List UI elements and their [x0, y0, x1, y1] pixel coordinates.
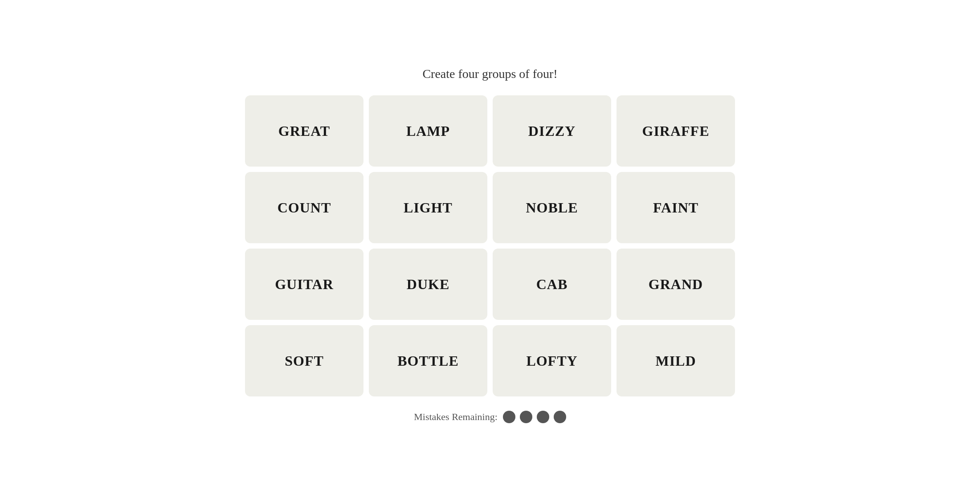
word-label-giraffe: GIRAFFE: [642, 123, 710, 139]
mistakes-row: Mistakes Remaining:: [414, 411, 566, 423]
word-label-lofty: LOFTY: [526, 353, 577, 369]
word-card-cab[interactable]: CAB: [493, 249, 611, 320]
word-card-noble[interactable]: NOBLE: [493, 172, 611, 243]
instructions-text: Create four groups of four!: [422, 67, 557, 81]
word-card-guitar[interactable]: GUITAR: [245, 249, 363, 320]
word-label-cab: CAB: [536, 276, 568, 293]
word-label-great: GREAT: [278, 123, 330, 139]
word-label-mild: MILD: [655, 353, 696, 369]
word-grid: GREATLAMPDIZZYGIRAFFECOUNTLIGHTNOBLEFAIN…: [245, 95, 735, 396]
mistake-dot-3: [537, 411, 549, 423]
mistakes-label: Mistakes Remaining:: [414, 411, 498, 423]
word-card-grand[interactable]: GRAND: [617, 249, 735, 320]
word-label-guitar: GUITAR: [275, 276, 334, 293]
word-card-lamp[interactable]: LAMP: [369, 95, 487, 167]
word-label-bottle: BOTTLE: [397, 353, 459, 369]
word-label-grand: GRAND: [649, 276, 703, 293]
game-container: Create four groups of four! GREATLAMPDIZ…: [245, 67, 735, 423]
word-card-count[interactable]: COUNT: [245, 172, 363, 243]
word-card-giraffe[interactable]: GIRAFFE: [617, 95, 735, 167]
word-card-great[interactable]: GREAT: [245, 95, 363, 167]
word-label-light: LIGHT: [404, 200, 453, 216]
word-card-faint[interactable]: FAINT: [617, 172, 735, 243]
word-card-mild[interactable]: MILD: [617, 325, 735, 396]
word-card-duke[interactable]: DUKE: [369, 249, 487, 320]
word-label-duke: DUKE: [407, 276, 449, 293]
word-card-bottle[interactable]: BOTTLE: [369, 325, 487, 396]
word-card-dizzy[interactable]: DIZZY: [493, 95, 611, 167]
word-label-count: COUNT: [278, 200, 331, 216]
word-card-light[interactable]: LIGHT: [369, 172, 487, 243]
word-card-lofty[interactable]: LOFTY: [493, 325, 611, 396]
mistake-dot-2: [520, 411, 532, 423]
word-card-soft[interactable]: SOFT: [245, 325, 363, 396]
word-label-soft: SOFT: [285, 353, 324, 369]
word-label-lamp: LAMP: [406, 123, 450, 139]
word-label-faint: FAINT: [653, 200, 698, 216]
mistake-dot-4: [554, 411, 566, 423]
word-label-noble: NOBLE: [526, 200, 578, 216]
word-label-dizzy: DIZZY: [528, 123, 576, 139]
mistakes-dots: [503, 411, 566, 423]
mistake-dot-1: [503, 411, 515, 423]
